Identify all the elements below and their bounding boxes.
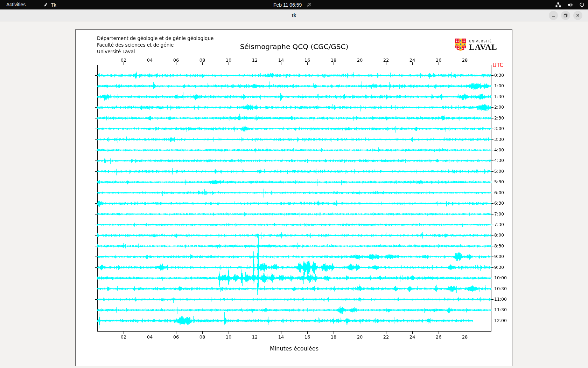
x-tick-label-bottom: 18 bbox=[331, 334, 337, 340]
utc-time-label: 4:00 bbox=[494, 147, 504, 152]
utc-time-label: 4:30 bbox=[494, 158, 504, 163]
focused-app-menu[interactable]: Tk bbox=[43, 2, 56, 8]
x-tick-label-bottom: 28 bbox=[462, 334, 468, 340]
utc-time-label: 1:00 bbox=[494, 83, 504, 88]
x-tick-label-top: 12 bbox=[252, 57, 258, 63]
utc-time-label: 2:00 bbox=[494, 104, 504, 110]
utc-time-label: 8:00 bbox=[494, 232, 504, 238]
x-tick-label-top: 22 bbox=[383, 57, 389, 63]
x-tick-label-bottom: 04 bbox=[147, 334, 153, 340]
page-title: Séismographe QCQ (CGC/GSC) bbox=[97, 42, 491, 51]
x-tick-label-bottom: 24 bbox=[410, 334, 415, 340]
utc-label: UTC bbox=[492, 62, 504, 68]
utc-time-label: 3:30 bbox=[494, 137, 504, 142]
utc-time-label: 5:00 bbox=[494, 169, 504, 174]
seismograph-canvas[interactable] bbox=[76, 30, 513, 367]
restore-icon bbox=[564, 13, 568, 18]
seismograph-panel: Département de géologie et de génie géol… bbox=[75, 29, 512, 366]
minimize-button[interactable] bbox=[549, 11, 558, 20]
close-icon bbox=[576, 13, 580, 18]
x-tick-label-bottom: 10 bbox=[226, 334, 232, 340]
utc-time-label: 11:30 bbox=[494, 307, 507, 312]
utc-time-label: 2:30 bbox=[494, 115, 504, 121]
utc-time-label: 10:30 bbox=[494, 286, 507, 291]
x-tick-label-bottom: 16 bbox=[304, 334, 310, 340]
x-tick-label-bottom: 20 bbox=[357, 334, 363, 340]
x-tick-label-top: 02 bbox=[121, 57, 127, 63]
x-tick-label-bottom: 06 bbox=[173, 334, 179, 340]
laval-logo: UNIVERSITÉ LAVAL bbox=[455, 38, 497, 52]
x-tick-label-top: 10 bbox=[226, 57, 232, 63]
x-tick-label-bottom: 26 bbox=[436, 334, 442, 340]
utc-time-label: 0:30 bbox=[494, 73, 504, 78]
x-tick-label-top: 28 bbox=[462, 57, 468, 63]
utc-time-label: 8:30 bbox=[494, 243, 504, 248]
x-tick-label-bottom: 12 bbox=[252, 334, 258, 340]
utc-time-label: 6:30 bbox=[494, 200, 504, 206]
x-tick-label-top: 20 bbox=[357, 57, 363, 63]
utc-time-label: 1:30 bbox=[494, 94, 504, 99]
window-title: tk bbox=[0, 9, 588, 21]
utc-time-label: 7:00 bbox=[494, 211, 504, 217]
x-tick-label-bottom: 02 bbox=[121, 334, 127, 340]
utc-time-label: 7:30 bbox=[494, 222, 504, 227]
x-tick-label-bottom: 14 bbox=[278, 334, 284, 340]
utc-time-label: 3:00 bbox=[494, 126, 504, 131]
notifications-disabled-icon bbox=[307, 2, 312, 7]
x-tick-label-bottom: 22 bbox=[383, 334, 389, 340]
tk-app-label: Tk bbox=[51, 2, 56, 8]
utc-time-label: 9:00 bbox=[494, 254, 504, 259]
header-line-1: Département de géologie et de génie géol… bbox=[97, 35, 214, 42]
volume-icon[interactable] bbox=[567, 2, 573, 8]
x-tick-label-top: 26 bbox=[436, 57, 442, 63]
tk-window-content: Département de géologie et de génie géol… bbox=[0, 21, 588, 368]
x-tick-label-top: 18 bbox=[331, 57, 337, 63]
utc-time-label: 10:00 bbox=[494, 275, 507, 280]
utc-time-label: 9:30 bbox=[494, 265, 504, 270]
tk-app-icon bbox=[43, 2, 48, 7]
x-tick-label-top: 14 bbox=[278, 57, 284, 63]
network-icon[interactable] bbox=[555, 2, 561, 8]
x-tick-label-top: 16 bbox=[304, 57, 310, 63]
laval-shield-icon bbox=[455, 38, 467, 52]
x-tick-label-top: 08 bbox=[200, 57, 205, 63]
activities-button[interactable]: Activities bbox=[0, 0, 32, 9]
utc-time-label: 6:00 bbox=[494, 190, 504, 195]
x-tick-label-top: 24 bbox=[410, 57, 415, 63]
utc-time-label: 5:30 bbox=[494, 179, 504, 184]
window-titlebar[interactable]: tk bbox=[0, 9, 588, 21]
close-button[interactable] bbox=[573, 11, 582, 20]
minimize-icon bbox=[551, 13, 555, 18]
gnome-top-bar: Activities Tk Feb 11 06:59 bbox=[0, 0, 588, 9]
x-tick-label-top: 04 bbox=[147, 57, 153, 63]
x-tick-label-top: 06 bbox=[173, 57, 179, 63]
logo-text-laval: LAVAL bbox=[469, 43, 497, 51]
utc-time-label: 11:00 bbox=[494, 297, 507, 302]
utc-time-label: 12:00 bbox=[494, 318, 507, 323]
x-axis-title: Minutes écoulées bbox=[97, 345, 491, 352]
clock-label[interactable]: Feb 11 06:59 bbox=[273, 2, 302, 8]
power-icon[interactable] bbox=[579, 2, 584, 7]
maximize-button[interactable] bbox=[561, 11, 570, 20]
x-tick-label-bottom: 08 bbox=[200, 334, 205, 340]
